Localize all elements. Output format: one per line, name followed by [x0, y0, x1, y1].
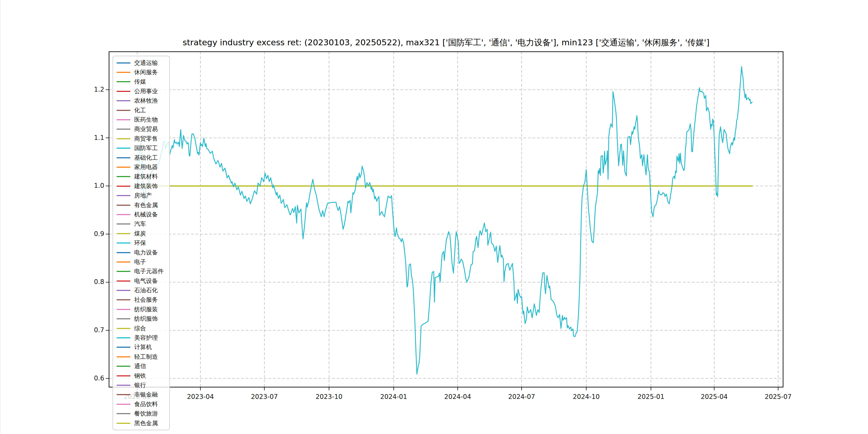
figure-canvas: strategy industry excess ret: (20230103,… — [0, 0, 868, 434]
legend-item: 农林牧渔 — [113, 96, 169, 105]
legend-item-label: 休闲服务 — [134, 68, 158, 76]
legend-item: 国防军工 — [113, 144, 169, 153]
legend-item-label: 石油石化 — [134, 286, 158, 294]
legend-line-sample — [117, 138, 130, 139]
legend-item: 黑色金属 — [113, 418, 169, 428]
legend-line-sample — [117, 394, 130, 395]
legend-line-sample — [117, 404, 130, 405]
legend-item-label: 公用事业 — [134, 87, 158, 95]
legend-item: 化工 — [113, 105, 169, 115]
legend-item: 煤炭 — [113, 229, 169, 238]
legend-line-sample — [117, 167, 130, 168]
legend-item-label: 汽车 — [134, 220, 146, 228]
legend-item: 家用电器 — [113, 162, 169, 172]
legend-line-sample — [117, 119, 130, 120]
legend-item-label: 传媒 — [134, 78, 146, 86]
legend-line-sample — [117, 205, 130, 206]
legend-item-label: 农林牧渔 — [134, 97, 158, 105]
legend-line-sample — [117, 62, 130, 63]
y-tick-label: 0.8 — [81, 278, 104, 286]
legend-item: 电子元器件 — [113, 267, 169, 276]
legend-item: 石油石化 — [113, 286, 169, 295]
legend-item-label: 建筑装饰 — [134, 182, 158, 190]
legend-item: 钢铁 — [113, 371, 169, 380]
y-tick-label: 0.6 — [81, 374, 104, 382]
x-tick-label: 2024-10 — [565, 393, 608, 401]
legend-item-label: 通信 — [134, 362, 146, 370]
legend-item-label: 医药生物 — [134, 116, 158, 124]
legend-item: 有色金属 — [113, 200, 169, 210]
legend-item-label: 有色金属 — [134, 201, 158, 209]
legend-line-sample — [117, 328, 130, 329]
legend-item: 电力设备 — [113, 248, 169, 257]
legend-item: 社会服务 — [113, 295, 169, 305]
legend-item-label: 煤炭 — [134, 229, 146, 238]
legend-item-label: 纺织服饰 — [134, 315, 158, 323]
legend-item: 美容护理 — [113, 333, 169, 342]
legend-item: 餐饮旅游 — [113, 409, 169, 418]
legend-line-sample — [117, 223, 130, 224]
legend-item: 电气设备 — [113, 276, 169, 286]
y-tick-label: 1.2 — [81, 86, 104, 93]
axes-spines — [109, 52, 783, 387]
legend-item-label: 计算机 — [134, 343, 152, 351]
legend-line-sample — [117, 176, 130, 177]
x-tick-label: 2025-04 — [693, 393, 736, 401]
legend-line-sample — [117, 318, 130, 319]
legend-item: 传媒 — [113, 77, 169, 87]
legend-item-label: 食品饮料 — [134, 400, 158, 408]
legend-item: 计算机 — [113, 343, 169, 352]
legend-line-sample — [117, 423, 130, 424]
legend-line-sample — [117, 280, 130, 282]
legend-line-sample — [117, 195, 130, 196]
legend-item-label: 电子 — [134, 258, 146, 266]
legend-item-label: 机械设备 — [134, 211, 158, 219]
y-tick-label: 0.7 — [81, 326, 104, 334]
legend-line-sample — [117, 347, 130, 348]
legend-line-sample — [117, 366, 130, 367]
legend-line-sample — [117, 233, 130, 234]
legend-item: 轻工制造 — [113, 352, 169, 362]
legend-item: 交通运输 — [113, 58, 169, 67]
legend-item: 银行 — [113, 380, 169, 390]
legend-line-sample — [117, 148, 130, 149]
legend-line-sample — [117, 413, 130, 414]
legend-line-sample — [117, 186, 130, 187]
legend-item: 公用事业 — [113, 87, 169, 96]
strategy-line-series — [137, 67, 752, 374]
x-tick-label: 2023-04 — [179, 393, 222, 401]
legend-line-sample — [117, 375, 130, 376]
legend-line-sample — [117, 299, 130, 300]
legend-item-label: 综合 — [134, 324, 146, 333]
legend-item-label: 银行 — [134, 381, 146, 389]
legend-item: 休闲服务 — [113, 67, 169, 77]
y-tick-label: 0.9 — [81, 230, 104, 238]
legend-item-label: 家用电器 — [134, 163, 158, 171]
legend-item-label: 纺织服装 — [134, 305, 158, 313]
legend-item: 非银金融 — [113, 390, 169, 399]
legend-item-label: 餐饮旅游 — [134, 410, 158, 418]
legend-line-sample — [117, 261, 130, 262]
y-tick-label: 1.1 — [81, 134, 104, 142]
legend-line-sample — [117, 129, 130, 130]
legend-item-label: 电气设备 — [134, 277, 158, 285]
legend-line-sample — [117, 337, 130, 338]
legend-item-label: 房地产 — [134, 191, 152, 199]
legend-line-sample — [117, 271, 130, 272]
legend-item-label: 美容护理 — [134, 334, 158, 342]
legend-item-label: 国防军工 — [134, 144, 158, 152]
legend-line-sample — [117, 356, 130, 358]
legend-item-label: 非银金融 — [134, 391, 158, 399]
legend-item-label: 商贸零售 — [134, 135, 158, 143]
x-tick-label: 2025-01 — [629, 393, 673, 401]
y-tick-label: 1.0 — [81, 182, 104, 189]
legend-line-sample — [117, 214, 130, 215]
legend-item-label: 社会服务 — [134, 296, 158, 304]
x-tick-label: 2025-07 — [757, 393, 800, 401]
legend-item: 环保 — [113, 238, 169, 248]
legend-item: 房地产 — [113, 191, 169, 200]
legend-line-sample — [117, 72, 130, 73]
legend-item: 纺织服饰 — [113, 314, 169, 323]
legend-item: 基础化工 — [113, 153, 169, 162]
legend-item-label: 电力设备 — [134, 249, 158, 257]
